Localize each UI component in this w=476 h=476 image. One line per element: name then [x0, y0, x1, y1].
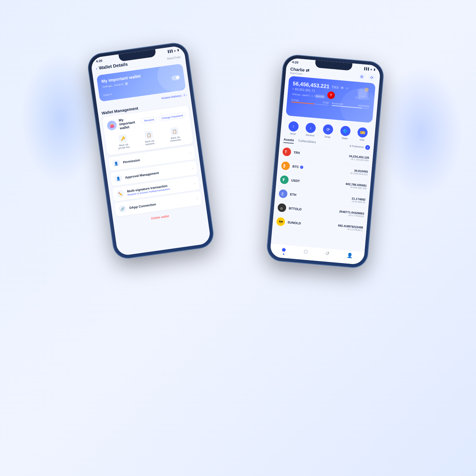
nav-assets[interactable]: ⬟	[281, 247, 286, 255]
battery-icon: ▮	[177, 48, 179, 52]
send-icon: ↑	[288, 121, 299, 132]
non-hd-badge: Non-HD	[314, 94, 325, 99]
balance-metrics: Energy 37/60 Bandwidth 4000/5000	[291, 98, 369, 109]
change-password-button[interactable]: Change Password	[158, 112, 186, 121]
add-asset-button[interactable]: +	[365, 145, 370, 150]
rename-button[interactable]: Rename	[141, 116, 157, 124]
address-copy-icon[interactable]: ⎘	[311, 94, 313, 97]
tabs-right: ⇅ Preference +	[349, 144, 370, 150]
stake-label: Stake	[342, 137, 348, 140]
backup-key-label: Back Up private key	[118, 143, 130, 150]
asset-list: T TRX 34,234,453.126 ≈$ 2,760,842,982 ₿	[272, 144, 373, 236]
management-wallet-name: My important wallet	[118, 116, 140, 130]
backup-mnemonic-label: Back Up mnemonic	[170, 136, 181, 143]
backup-key-icon: 🔑	[118, 134, 127, 143]
permission-label: Permission	[123, 152, 187, 164]
multisig-icon: ✏️	[116, 190, 125, 198]
bandwidth-bar	[332, 105, 369, 109]
svg-text:😎: 😎	[278, 220, 283, 225]
vote-label: Vote	[359, 138, 364, 141]
balance-decoration	[352, 84, 373, 105]
usdt-name: USDT	[291, 178, 346, 187]
usdt-values: 602,786.035091 ≈$ 606,000.199	[345, 182, 367, 190]
approval-icon: 👤	[114, 174, 123, 183]
eye-icon[interactable]: 👁	[340, 85, 344, 90]
sunold-name: SUNOLD	[287, 220, 338, 228]
wallet-avatar: 👛	[107, 120, 117, 131]
wifi-icon-r: ▲	[370, 67, 373, 71]
permission-icon: 👤	[112, 159, 121, 168]
active-dot	[283, 253, 284, 255]
chevron-right-icon-3: ›	[194, 181, 196, 185]
status-icons-right: ▐▐▐ ▲ ▮	[363, 67, 376, 71]
send-action[interactable]: ↑ Send	[288, 121, 299, 135]
bottom-nav: ⬟ ⬡ ↺ 👤	[270, 243, 365, 265]
qr-button[interactable]: ⟳	[368, 74, 376, 81]
network-label: MainChain	[167, 55, 181, 60]
dapp-label: DApp Connection	[129, 197, 193, 210]
back-button[interactable]: ‹	[96, 66, 98, 71]
backup-keystore[interactable]: 📋 Back Up keystore	[144, 130, 155, 146]
signal-icon-r: ▐▐▐	[363, 67, 369, 70]
stake-action[interactable]: 🔷 Stake	[340, 126, 351, 140]
bandwidth-metric: Bandwidth 4000/5000	[332, 102, 369, 109]
tab-assets[interactable]: Assets	[283, 138, 294, 144]
dashboard-screen: 4:20 ▐▐▐ ▲ ▮ Charlie ⇄ MainChain ⊞	[270, 58, 381, 265]
wallet-toggle[interactable]	[171, 75, 180, 81]
tab-collectibles[interactable]: Collectibles	[298, 139, 316, 146]
bttold-icon: ◎	[277, 203, 287, 212]
trx-values: 34,234,453.126 ≈$ 2,760,842,982	[349, 154, 369, 162]
chevron-right-icon-2: ›	[192, 166, 194, 170]
left-phone: 4:20 ▐▐▐ ▲ ▮ ‹ Wallet Details MainChain	[87, 42, 215, 260]
balance-address: THPwer...5wtfYC	[292, 93, 310, 97]
receive-action[interactable]: ↓ Receive	[305, 122, 316, 137]
usdt-icon: ₮	[280, 175, 289, 184]
dapp-text: DApp Connection	[129, 197, 193, 210]
nav-activity[interactable]: ↺	[325, 250, 330, 259]
receive-icon: ↓	[305, 122, 316, 133]
trx-name: TRX	[294, 150, 349, 159]
backup-private-key[interactable]: 🔑 Back Up private key	[117, 134, 130, 150]
preference-button[interactable]: ⇅ Preference	[349, 145, 364, 149]
eth-values: 21.174682 ≈$ 85,885.35	[351, 197, 365, 204]
btc-name: BTC ✓	[292, 164, 350, 173]
receive-label: Receive	[306, 134, 314, 137]
sort-icon: ⇅	[349, 145, 352, 148]
preference-label: Preference	[352, 145, 364, 149]
eth-name: ETH	[290, 193, 352, 202]
nav-collectibles[interactable]: ⬡	[303, 249, 308, 257]
balance-card: 56,456,453.221 TRX 👁 ↗ ≈ $3,951,951.71 T…	[286, 76, 376, 123]
header-icons: ⊞ ⟳	[358, 73, 376, 82]
swap-action[interactable]: ⟳ Swap	[322, 124, 333, 139]
backup-mnemonic[interactable]: 📋 Back Up mnemonic	[168, 127, 181, 142]
svg-point-0	[355, 95, 370, 101]
bandwidth-fill	[332, 105, 361, 108]
btc-verified-icon: ✓	[300, 166, 303, 169]
vote-action[interactable]: 🎫 Vote	[357, 127, 368, 141]
user-info: Charlie ⇄ MainChain	[290, 66, 309, 76]
scan-button[interactable]: ⊞	[358, 73, 366, 81]
svg-text:◎: ◎	[280, 206, 283, 210]
left-phone-screen: 4:20 ▐▐▐ ▲ ▮ ‹ Wallet Details MainChain	[90, 45, 211, 256]
svg-text:₿: ₿	[283, 163, 286, 168]
permission-text: Permission	[123, 152, 187, 164]
time-left: 4:20	[96, 59, 103, 63]
backup-keystore-icon: 📋	[144, 131, 153, 140]
profile-nav-icon: 👤	[347, 253, 353, 259]
eth-icon: Ξ	[278, 189, 288, 198]
stake-icon: 🔷	[340, 126, 351, 136]
right-phone: 4:20 ▐▐▐ ▲ ▮ Charlie ⇄ MainChain ⊞	[266, 54, 385, 268]
copy-icon[interactable]: ⎘	[125, 82, 128, 85]
btc-values: 30.810455 ≈$ 1555,934,813	[350, 168, 368, 176]
wifi-icon: ▲	[173, 49, 176, 52]
sunold-icon: 😎	[276, 217, 285, 226]
bttold-name: BTTOLD	[289, 207, 339, 215]
swap-icon: ⟳	[323, 124, 333, 135]
svg-rect-2	[358, 89, 367, 98]
approval-text: Approval Management	[125, 167, 189, 180]
send-label: Send	[290, 132, 296, 135]
expand-icon[interactable]: ↗	[346, 86, 349, 90]
nav-profile[interactable]: 👤	[346, 253, 353, 261]
backup-mnemonic-icon: 📋	[170, 127, 179, 136]
assets-nav-icon: ⬟	[282, 247, 286, 253]
